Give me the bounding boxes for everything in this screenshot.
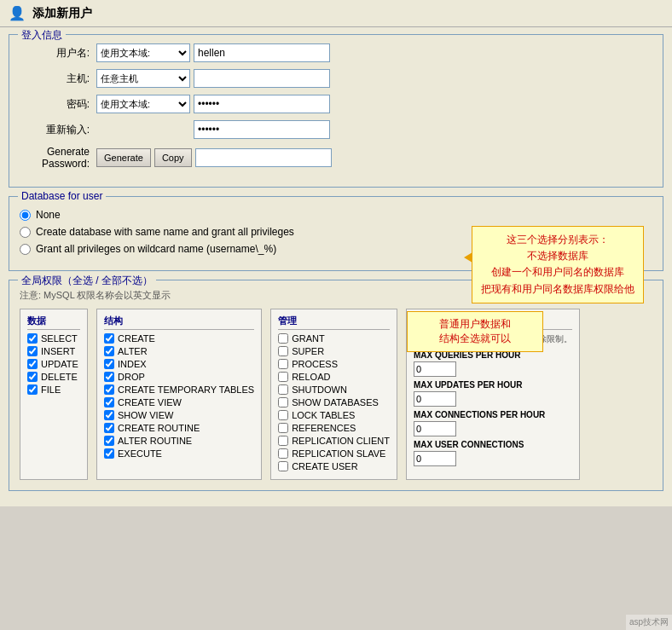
cb-lock-tables[interactable] (278, 410, 288, 420)
cb-create-user[interactable] (278, 461, 288, 471)
cb-create-routine[interactable] (104, 423, 114, 433)
cb-delete[interactable] (27, 372, 38, 382)
cb-process[interactable] (278, 359, 288, 369)
max-updates-input[interactable] (414, 391, 456, 407)
admin-group: 管理 GRANT SUPER PROCESS RELOAD (270, 309, 397, 480)
priv-file: FILE (27, 384, 80, 395)
cb-index[interactable] (104, 359, 114, 369)
cb-update[interactable] (27, 359, 38, 369)
cb-alter[interactable] (104, 346, 114, 356)
username-label: 用户名: (20, 46, 96, 61)
priv-reload: RELOAD (278, 372, 390, 382)
priv-lock-tables: LOCK TABLES (278, 410, 390, 420)
max-connections-label: MAX CONNECTIONS PER HOUR (414, 410, 572, 419)
max-updates-label: MAX UPDATES PER HOUR (414, 380, 572, 390)
max-user-connections-input[interactable] (414, 451, 456, 466)
host-label: 主机: (20, 72, 96, 86)
cb-shutdown[interactable] (278, 384, 288, 395)
db-radio-create[interactable] (20, 227, 31, 238)
priv-create-view: CREATE VIEW (104, 397, 254, 407)
generate-controls: Generate Copy (96, 148, 332, 167)
db-option-none-label: None (36, 209, 61, 221)
priv-process: PROCESS (278, 359, 390, 369)
priv-super: SUPER (278, 346, 390, 356)
host-input[interactable] (194, 69, 330, 88)
priv-delete: DELETE (27, 372, 80, 382)
cb-repl-slave[interactable] (278, 448, 288, 459)
priv-create: CREATE (104, 333, 254, 344)
privileges-grid: 数据 SELECT INSERT UPDATE DELETE (20, 309, 652, 480)
db-option-create-label: Create database with same name and grant… (36, 226, 294, 238)
priv-execute: EXECUTE (104, 448, 254, 459)
database-tooltip: 这三个选择分别表示： 不选择数据库 创建一个和用户同名的数据库 把现有和用户同名… (472, 226, 644, 303)
cb-create-view[interactable] (104, 397, 114, 407)
generate-button[interactable]: Generate (96, 148, 151, 167)
db-option-none: None (20, 209, 652, 221)
cb-create[interactable] (104, 333, 114, 344)
max-connections-input[interactable] (414, 421, 456, 436)
admin-group-title: 管理 (278, 315, 390, 330)
priv-shutdown: SHUTDOWN (278, 384, 390, 395)
cb-reload[interactable] (278, 372, 288, 382)
generate-output[interactable] (195, 148, 332, 167)
max-connections-row: MAX CONNECTIONS PER HOUR (414, 410, 572, 436)
password-row: 密码: 使用文本域: (20, 95, 652, 113)
host-select[interactable]: 任意主机 (96, 69, 190, 88)
cb-drop[interactable] (104, 372, 114, 382)
priv-grant: GRANT (278, 333, 390, 344)
priv-update: UPDATE (27, 359, 80, 369)
cb-execute[interactable] (104, 448, 114, 459)
password-controls: 使用文本域: (96, 95, 330, 113)
reenter-row: 重新输入: (20, 120, 652, 139)
priv-show-db: SHOW DATABASES (278, 397, 390, 407)
cb-grant[interactable] (278, 333, 288, 344)
db-radio-none[interactable] (20, 210, 31, 221)
page-title: 添加新用户 (32, 6, 92, 21)
data-group-title: 数据 (27, 315, 80, 330)
max-user-connections-label: MAX USER CONNECTIONS (414, 440, 572, 449)
db-option-wildcard-label: Grant all privileges on wildcard name (u… (36, 243, 276, 255)
reenter-input[interactable] (194, 120, 330, 139)
db-radio-wildcard[interactable] (20, 244, 31, 255)
cb-select[interactable] (27, 333, 38, 344)
username-row: 用户名: 使用文本域: (20, 43, 652, 62)
page-header: 👤 添加新用户 (0, 0, 672, 27)
cb-show-view[interactable] (104, 410, 114, 420)
user-icon: 👤 (9, 5, 26, 21)
login-section: 登入信息 用户名: 使用文本域: 主机: 任意主机 密码: (9, 34, 663, 188)
priv-insert: INSERT (27, 346, 80, 356)
max-user-connections-row: MAX USER CONNECTIONS (414, 440, 572, 466)
cb-file[interactable] (27, 384, 38, 395)
username-input[interactable] (194, 43, 330, 62)
priv-show-view: SHOW VIEW (104, 410, 254, 420)
host-controls: 任意主机 (96, 69, 330, 88)
max-updates-row: MAX UPDATES PER HOUR (414, 380, 572, 407)
cb-references[interactable] (278, 423, 288, 433)
cb-show-db[interactable] (278, 397, 288, 407)
max-queries-input[interactable] (414, 361, 456, 377)
priv-repl-client: REPLICATION CLIENT (278, 436, 390, 446)
cb-super[interactable] (278, 346, 288, 356)
reenter-label: 重新输入: (20, 123, 96, 137)
priv-create-routine: CREATE ROUTINE (104, 423, 254, 433)
login-section-title: 登入信息 (18, 28, 66, 43)
generate-label: Generate Password: (20, 146, 96, 170)
reenter-controls (96, 120, 330, 139)
cb-repl-client[interactable] (278, 436, 288, 446)
username-controls: 使用文本域: (96, 43, 330, 62)
copy-button[interactable]: Copy (154, 148, 192, 167)
max-queries-row: MAX QUERIES PER HOUR (414, 350, 572, 377)
cb-insert[interactable] (27, 346, 38, 356)
priv-drop: DROP (104, 372, 254, 382)
password-input[interactable] (194, 95, 330, 113)
priv-create-temp: CREATE TEMPORARY TABLES (104, 384, 254, 395)
cb-create-temp[interactable] (104, 384, 114, 395)
priv-select: SELECT (27, 333, 80, 344)
priv-index: INDEX (104, 359, 254, 369)
priv-references: REFERENCES (278, 423, 390, 433)
password-select[interactable]: 使用文本域: (96, 95, 190, 113)
username-select[interactable]: 使用文本域: (96, 43, 190, 62)
cb-alter-routine[interactable] (104, 436, 114, 446)
priv-create-user: CREATE USER (278, 461, 390, 471)
host-row: 主机: 任意主机 (20, 69, 652, 88)
